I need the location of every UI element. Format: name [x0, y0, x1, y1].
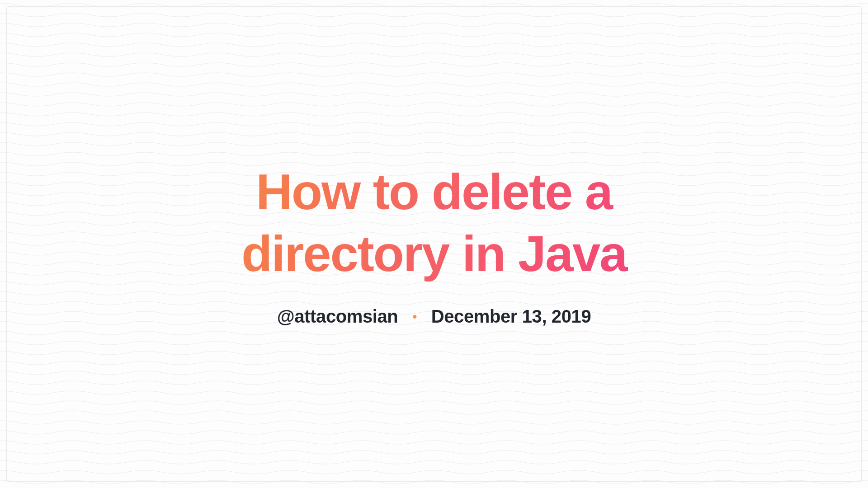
article-date: December 13, 2019	[431, 306, 591, 327]
meta-separator: •	[412, 310, 416, 323]
content-wrapper: How to delete a directory in Java @attac…	[0, 0, 868, 488]
article-meta: @attacomsian • December 13, 2019	[277, 306, 591, 327]
article-title: How to delete a directory in Java	[163, 161, 705, 285]
author-handle: @attacomsian	[277, 306, 398, 327]
